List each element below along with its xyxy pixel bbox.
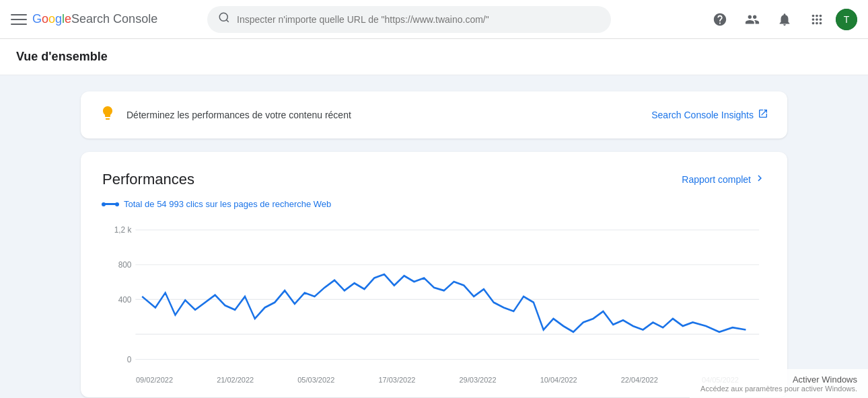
legend-row: Total de 54 993 clics sur les pages de r… (102, 199, 766, 209)
legend-line (102, 203, 118, 205)
search-input[interactable] (237, 14, 600, 25)
notifications-button[interactable] (771, 6, 798, 33)
insights-link[interactable]: Search Console Insights (651, 108, 768, 122)
x-label-2: 05/03/2022 (297, 376, 334, 384)
chevron-right-icon (754, 172, 766, 188)
insights-banner: Déterminez les performances de votre con… (81, 91, 787, 138)
search-bar[interactable] (207, 6, 611, 33)
performance-card: Performances Rapport complet Total de 54… (81, 152, 787, 397)
x-label-7: 04/05/2022 (702, 376, 739, 384)
perf-title: Performances (102, 171, 194, 188)
x-label-3: 17/03/2022 (378, 376, 415, 384)
x-label-0: 09/02/2022 (136, 376, 173, 384)
perf-header: Performances Rapport complet (102, 171, 766, 188)
main-content: Déterminez les performances de votre con… (0, 75, 868, 398)
insights-link-label: Search Console Insights (651, 110, 754, 120)
page-title-bar: Vue d'ensemble (0, 39, 868, 75)
external-link-icon (758, 108, 768, 122)
svg-text:T: T (844, 14, 850, 25)
legend-text: Total de 54 993 clics sur les pages de r… (124, 199, 331, 209)
insights-text: Déterminez les performances de votre con… (126, 110, 351, 120)
svg-text:800: 800 (118, 260, 132, 270)
search-icon (218, 11, 230, 27)
svg-line-1 (226, 19, 228, 22)
svg-text:0: 0 (127, 354, 132, 364)
rapport-label: Rapport complet (682, 174, 751, 185)
avatar[interactable]: T (836, 9, 857, 30)
svg-text:400: 400 (118, 294, 132, 305)
app-logo: Google Search Console (32, 12, 157, 26)
chart-container: 1,2 k 800 400 0 (102, 223, 766, 370)
insights-left: Déterminez les performances de votre con… (100, 105, 351, 125)
topnav: Google Search Console (0, 0, 868, 39)
performance-chart: 1,2 k 800 400 0 (102, 223, 766, 370)
svg-point-0 (219, 13, 227, 21)
profile-button[interactable] (739, 6, 766, 33)
x-axis-labels: 09/02/2022 21/02/2022 05/03/2022 17/03/2… (102, 370, 766, 384)
x-label-4: 29/03/2022 (460, 376, 497, 384)
x-label-1: 21/02/2022 (217, 376, 254, 384)
bulb-icon (100, 105, 116, 125)
topnav-left: Google Search Console (11, 11, 199, 28)
x-label-5: 10/04/2022 (540, 376, 577, 384)
svg-text:1,2 k: 1,2 k (114, 225, 132, 235)
rapport-complet-link[interactable]: Rapport complet (682, 172, 766, 188)
app-title: Search Console (71, 12, 157, 26)
topnav-right: T (707, 6, 857, 33)
page-title: Vue d'ensemble (16, 50, 852, 64)
menu-icon[interactable] (11, 11, 27, 28)
x-label-6: 22/04/2022 (621, 376, 658, 384)
help-button[interactable] (707, 6, 733, 33)
apps-button[interactable] (803, 6, 830, 33)
